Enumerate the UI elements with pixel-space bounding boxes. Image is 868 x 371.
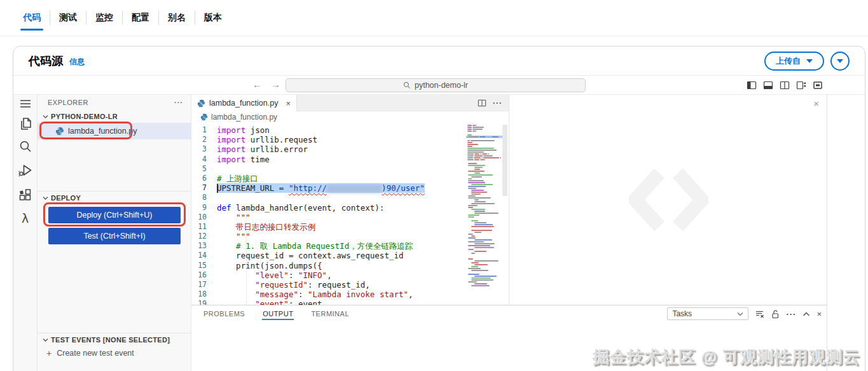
history-back-icon[interactable]: ← — [252, 79, 262, 90]
test-button[interactable]: Test (Ctrl+Shift+I) — [48, 228, 181, 244]
create-test-event[interactable]: + Create new test event — [38, 346, 191, 360]
code-brackets-watermark-icon — [629, 168, 708, 232]
line-number: 8 — [191, 193, 217, 202]
menu-icon[interactable] — [20, 99, 31, 108]
history-forward-icon[interactable]: → — [271, 79, 280, 90]
minimap-line — [467, 235, 501, 237]
test-events-header[interactable]: TEST EVENTS [NONE SELECTED] — [38, 333, 191, 346]
editor-scrollbar[interactable] — [501, 123, 509, 305]
explorer-files-icon[interactable] — [18, 116, 33, 132]
upload-from-button[interactable]: 上传自 — [764, 52, 824, 71]
minimap-line — [467, 188, 501, 189]
panel-more-icon[interactable]: ··· — [786, 309, 796, 319]
code-line-4: 4import time — [191, 155, 509, 164]
unlock-icon[interactable] — [771, 309, 780, 319]
run-debug-icon[interactable] — [18, 163, 32, 178]
minimap-line — [467, 256, 501, 258]
minimap-line — [467, 239, 501, 241]
deploy-button[interactable]: Deploy (Ctrl+Shift+U) — [48, 207, 181, 223]
tab-lambda-function[interactable]: lambda_function.py × — [191, 95, 297, 111]
minimap-line — [467, 277, 501, 279]
line-number: 13 — [191, 241, 217, 251]
toggle-sidebar-icon[interactable] — [747, 80, 757, 90]
minimap-line — [467, 247, 501, 248]
minimap-line — [467, 249, 501, 250]
chevron-down-icon — [43, 195, 48, 200]
minimap-line — [467, 264, 501, 265]
panel-close-icon[interactable]: × — [816, 309, 822, 319]
collapse-button[interactable] — [830, 52, 850, 71]
code-line-5: 5 — [191, 164, 509, 174]
minimap-line — [467, 222, 501, 223]
minimap-line — [467, 234, 501, 235]
deploy-section-header[interactable]: DEPLOY — [38, 192, 191, 204]
code-line-10: 10 """ — [191, 213, 509, 222]
chevron-down-icon — [43, 114, 48, 119]
minimap-line — [467, 193, 501, 195]
function-nav-tabs: 代码测试监控配置别名版本 — [0, 0, 868, 36]
panel-tab-output[interactable]: OUTPUT — [262, 307, 294, 320]
minimap-line — [467, 144, 501, 145]
line-number: 2 — [191, 135, 217, 144]
nav-tab-4[interactable]: 配置 — [123, 0, 158, 36]
minimap-line — [467, 130, 501, 132]
minimap-line — [467, 159, 501, 160]
nav-tab-3[interactable]: 监控 — [86, 0, 122, 36]
clear-output-icon[interactable] — [755, 309, 764, 319]
scrollbar-thumb[interactable] — [502, 125, 507, 196]
minimap-line — [467, 125, 501, 126]
fullscreen-icon[interactable] — [813, 80, 823, 90]
test-events-label: TEST EVENTS [NONE SELECTED] — [51, 336, 170, 344]
code-line-9: 9def lambda_handler(event, context): — [191, 203, 509, 213]
nav-tab-5[interactable]: 别名 — [159, 0, 195, 36]
info-link[interactable]: 信息 — [69, 57, 85, 67]
breadcrumb[interactable]: lambda_function.py — [191, 111, 509, 123]
minimap-line — [467, 251, 501, 252]
workspace-folder-row[interactable]: PYTHON-DEMO-LR — [38, 110, 191, 123]
toggle-panel-icon[interactable] — [763, 80, 773, 90]
minimap-line — [467, 129, 501, 130]
split-editor-icon[interactable] — [478, 99, 486, 108]
bottom-panel: PROBLEMSOUTPUTTERMINAL Tasks — [191, 305, 827, 371]
editor-more-icon[interactable]: ··· — [493, 99, 502, 108]
line-number: 9 — [191, 203, 217, 213]
minimap-line — [467, 178, 501, 179]
tab-label: lambda_function.py — [209, 99, 278, 108]
chevron-down-icon — [737, 312, 743, 316]
panel-maximize-icon[interactable] — [803, 311, 810, 317]
line-number: 19 — [191, 299, 217, 305]
panel-tab-terminal[interactable]: TERMINAL — [310, 307, 350, 320]
aws-lambda-icon[interactable]: λ — [22, 211, 29, 225]
minimap-line — [467, 245, 501, 246]
minimap[interactable] — [467, 125, 501, 305]
nav-tab-2[interactable]: 测试 — [50, 0, 86, 36]
close-icon[interactable]: × — [813, 98, 819, 109]
minimap-line — [467, 176, 501, 178]
file-row-lambda-function[interactable]: lambda_function.py — [38, 123, 191, 139]
minimap-line — [467, 266, 501, 267]
minimap-line — [467, 228, 501, 229]
minimap-line — [467, 211, 501, 212]
minimap-line — [467, 243, 501, 244]
editor-titlebar: ← → python-demo-lr — [13, 76, 865, 95]
nav-tab-1[interactable]: 代码 — [14, 0, 50, 36]
command-center-search[interactable]: python-demo-lr — [286, 78, 586, 92]
output-channel-select[interactable]: Tasks — [667, 307, 748, 320]
panel-tab-problems[interactable]: PROBLEMS — [203, 307, 245, 320]
code-line-14: 14 request_id = context.aws_request_id — [191, 251, 509, 260]
line-number: 7 — [191, 183, 217, 193]
tab-close-icon[interactable]: × — [286, 99, 291, 108]
customize-layout-icon[interactable] — [796, 80, 806, 90]
split-editor-icon[interactable] — [780, 80, 790, 90]
minimap-line — [467, 262, 501, 263]
python-file-icon — [200, 113, 208, 121]
search-sidebar-icon[interactable] — [18, 139, 32, 153]
code-editor[interactable]: 1import json2import urllib.request3impor… — [191, 123, 509, 305]
explorer-more-icon[interactable]: ··· — [174, 99, 183, 106]
minimap-line — [467, 285, 501, 286]
line-number: 3 — [191, 144, 217, 154]
nav-tab-6[interactable]: 版本 — [195, 0, 231, 36]
extensions-icon[interactable] — [18, 188, 32, 202]
upload-from-label: 上传自 — [776, 55, 801, 67]
minimap-line — [467, 190, 501, 191]
